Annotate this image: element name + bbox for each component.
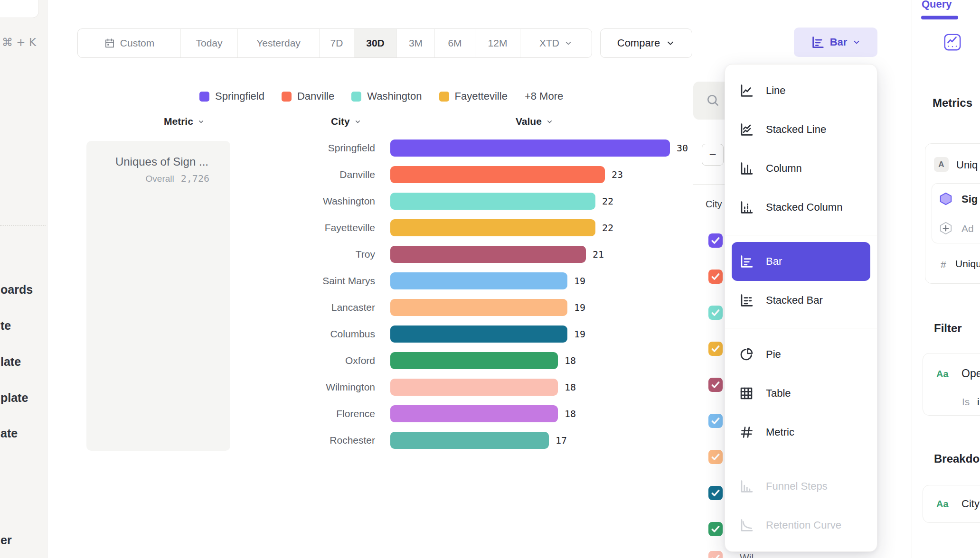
chart-type-pie[interactable]: Pie (725, 335, 877, 374)
add-event-label[interactable]: Ad (961, 223, 974, 234)
bar-value-label: 19 (574, 268, 585, 294)
breakdown-checkbox[interactable] (708, 551, 723, 558)
filter-property-label[interactable]: Ope (961, 367, 980, 380)
date-range-custom[interactable]: Custom (78, 29, 181, 57)
bar[interactable] (390, 405, 558, 422)
date-range-6m[interactable]: 6M (435, 29, 475, 57)
city-header-label: City (331, 116, 350, 127)
chart-type-stacked-bar[interactable]: Stacked Bar (725, 281, 877, 320)
column-icon (738, 161, 754, 176)
legend-label: Springfield (215, 90, 264, 102)
column-header-value[interactable]: Value (516, 115, 553, 128)
date-range-yesterday[interactable]: Yesterday (238, 29, 320, 57)
column-header-metric[interactable]: Metric (164, 115, 205, 128)
breakdown-checkbox[interactable] (708, 522, 723, 536)
metric-name-label[interactable]: Uniq (956, 159, 978, 171)
date-range-12m[interactable]: 12M (475, 29, 520, 57)
sidebar-item-partial[interactable]: late (0, 355, 21, 369)
breakdown-checkbox[interactable] (708, 270, 723, 284)
stacked-column-icon (738, 200, 754, 215)
chart-type-table[interactable]: Table (725, 374, 877, 413)
breakdown-property-label[interactable]: City (961, 498, 980, 510)
sidebar-item-partial[interactable]: ate (0, 427, 18, 441)
event-hexagon-icon[interactable] (939, 192, 953, 206)
date-range-label: 12M (488, 37, 508, 49)
chart-row: Springfield30 (266, 135, 712, 161)
chart-type-retention-curve[interactable]: Retention Curve (725, 506, 877, 545)
metric-type-badge[interactable]: A (934, 157, 949, 172)
column-header-city[interactable]: City (331, 115, 361, 128)
date-range-label: 7D (330, 37, 343, 49)
count-label[interactable]: Uniqu (955, 258, 980, 270)
date-range-xtd[interactable]: XTD (520, 29, 592, 57)
bar[interactable] (390, 272, 567, 289)
date-range-label: XTD (539, 37, 559, 49)
breakdown-checkbox[interactable] (708, 342, 723, 356)
chart-type-stacked-line[interactable]: Stacked Line (725, 110, 877, 149)
breakdown-checkbox[interactable] (708, 450, 723, 464)
sidebar-item-partial[interactable]: oards (0, 283, 33, 297)
bar-value-label: 17 (556, 427, 567, 454)
breakdown-heading: Breakdo (934, 452, 980, 465)
chart-type-stacked-column[interactable]: Stacked Column (725, 188, 877, 227)
event-name-label[interactable]: Sig (961, 193, 978, 205)
date-range-7d[interactable]: 7D (320, 29, 354, 57)
retention-curve-icon (738, 518, 754, 533)
chart-row: Rochester17 (266, 427, 712, 454)
chart-type-funnel-steps[interactable]: Funnel Steps (725, 467, 877, 506)
breakdown-checkbox[interactable] (708, 414, 723, 428)
breakdown-checkbox[interactable] (708, 306, 723, 320)
legend-entry[interactable]: Washington (351, 90, 422, 102)
chevron-down-icon (546, 118, 553, 125)
date-range-today[interactable]: Today (181, 29, 238, 57)
sidebar-item-partial[interactable]: te (0, 319, 11, 333)
legend-entry[interactable]: Danville (282, 90, 334, 102)
bar[interactable] (390, 352, 558, 369)
filter-value-label[interactable]: i (977, 396, 980, 408)
legend-more[interactable]: +8 More (525, 90, 563, 102)
add-event-icon[interactable] (939, 221, 953, 235)
legend-entry[interactable]: Fayetteville (439, 90, 508, 102)
bar[interactable] (390, 166, 605, 183)
overall-label: Overall (146, 174, 174, 184)
chart-type-metric[interactable]: Metric (725, 413, 877, 452)
bar[interactable] (390, 299, 567, 316)
date-range-30d[interactable]: 30D (354, 29, 397, 57)
bar[interactable] (390, 246, 586, 263)
chart-type-button[interactable]: Bar (794, 28, 877, 57)
bar[interactable] (390, 140, 670, 157)
bar[interactable] (390, 219, 595, 236)
filter-operator-label[interactable]: Is (962, 396, 970, 408)
bar-category-label: Lancaster (266, 294, 375, 321)
date-range-3m[interactable]: 3M (397, 29, 435, 57)
bar[interactable] (390, 326, 567, 343)
breakdown-checkbox[interactable] (708, 378, 723, 392)
breakdown-checkbox[interactable] (708, 486, 723, 500)
bar-value-label: 19 (574, 321, 585, 347)
bar-value-label: 18 (565, 347, 576, 374)
compare-button[interactable]: Compare (600, 28, 692, 58)
chart-row: Oxford18 (266, 347, 712, 374)
date-range-label: 6M (448, 37, 462, 49)
menu-divider (725, 328, 877, 328)
metric-summary-card[interactable]: Uniques of Sign ... Overall 2,726 (86, 141, 230, 451)
sidebar-search-box[interactable] (0, 0, 39, 18)
tab-query[interactable]: Query (922, 0, 952, 10)
minus-glyph: − (709, 148, 716, 162)
bar[interactable] (390, 432, 549, 449)
insights-chart-icon[interactable] (943, 33, 961, 51)
chart-type-column[interactable]: Column (725, 149, 877, 188)
sidebar-item-partial[interactable]: plate (0, 391, 28, 405)
sidebar-item-partial[interactable]: er (0, 533, 12, 548)
legend-entry[interactable]: Springfield (199, 90, 264, 102)
bar-category-label: Fayetteville (266, 214, 375, 241)
chart-type-bar[interactable]: Bar (732, 242, 870, 281)
bar-value-label: 18 (565, 374, 576, 400)
chart-type-line[interactable]: Line (725, 71, 877, 110)
chevron-down-icon (666, 38, 675, 48)
bar[interactable] (390, 379, 558, 396)
bar-category-label: Washington (266, 188, 375, 214)
breakdown-checkbox[interactable] (708, 233, 723, 248)
collapse-button[interactable]: − (702, 144, 724, 166)
bar[interactable] (390, 193, 595, 210)
